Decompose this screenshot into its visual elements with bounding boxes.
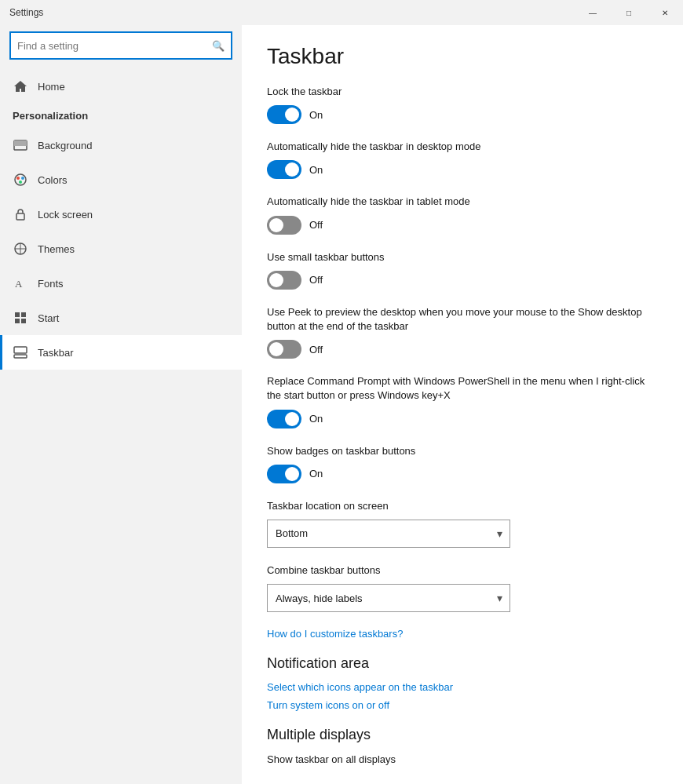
sidebar-item-background-label: Background	[38, 140, 92, 151]
sidebar-item-start-label: Start	[38, 312, 59, 324]
close-button[interactable]: ✕	[647, 0, 683, 25]
svg-rect-6	[16, 213, 24, 220]
sidebar-item-taskbar-label: Taskbar	[38, 347, 74, 359]
setting-replace-cmd-label: Replace Command Prompt with Windows Powe…	[267, 374, 658, 403]
toggle-show-badges-state: On	[309, 468, 323, 480]
customize-taskbars-link[interactable]: How do I customize taskbars?	[267, 628, 658, 640]
setting-auto-hide-tablet: Automatically hide the taskbar in tablet…	[267, 195, 658, 234]
page-title: Taskbar	[267, 44, 658, 69]
toggle-lock-taskbar[interactable]	[267, 105, 301, 124]
sidebar-item-fonts-label: Fonts	[38, 278, 64, 290]
search-input[interactable]	[17, 40, 212, 52]
toggle-auto-hide-desktop[interactable]	[267, 160, 301, 179]
setting-combine-buttons-label: Combine taskbar buttons	[267, 563, 658, 578]
search-box[interactable]: 🔍	[9, 31, 232, 60]
toggle-show-badges[interactable]	[267, 465, 301, 483]
sidebar-item-start[interactable]: Start	[0, 301, 242, 335]
setting-taskbar-location-label: Taskbar location on screen	[267, 499, 658, 513]
toggle-replace-cmd-state: On	[309, 413, 323, 425]
sidebar-item-colors-label: Colors	[38, 174, 68, 186]
svg-point-5	[19, 181, 22, 184]
svg-rect-11	[15, 319, 20, 323]
setting-auto-hide-desktop: Automatically hide the taskbar in deskto…	[267, 140, 658, 179]
setting-small-buttons-label: Use small taskbar buttons	[267, 250, 658, 264]
setting-auto-hide-tablet-label: Automatically hide the taskbar in tablet…	[267, 195, 658, 209]
notification-icons-link[interactable]: Select which icons appear on the taskbar	[267, 681, 658, 693]
toggle-small-buttons-state: Off	[309, 274, 323, 286]
minimize-button[interactable]: —	[575, 0, 611, 25]
setting-replace-cmd: Replace Command Prompt with Windows Powe…	[267, 374, 658, 428]
setting-show-badges-label: Show badges on taskbar buttons	[267, 444, 658, 458]
window-controls: — □ ✕	[575, 0, 683, 25]
sidebar-section-label: Personalization	[0, 104, 242, 128]
svg-rect-9	[15, 312, 20, 317]
main-content: Taskbar Lock the taskbar On Automaticall…	[242, 25, 683, 784]
lock-icon	[13, 206, 28, 222]
setting-lock-taskbar-label: Lock the taskbar	[267, 85, 658, 99]
toggle-auto-hide-tablet[interactable]	[267, 216, 301, 235]
svg-rect-10	[21, 312, 26, 317]
svg-point-4	[21, 177, 24, 180]
maximize-button[interactable]: □	[611, 0, 647, 25]
toggle-peek[interactable]	[267, 340, 301, 359]
sidebar-item-colors[interactable]: Colors	[0, 162, 242, 197]
combine-buttons-select[interactable]: Always, hide labels When taskbar is full…	[267, 584, 510, 612]
themes-icon	[13, 241, 28, 257]
svg-rect-12	[21, 319, 26, 323]
system-icons-link[interactable]: Turn system icons on or off	[267, 699, 658, 711]
multiple-displays-heading: Multiple displays	[267, 727, 658, 743]
toggle-auto-hide-desktop-state: On	[309, 164, 323, 176]
taskbar-icon	[13, 345, 28, 360]
svg-text:A: A	[15, 278, 23, 290]
toggle-peek-state: Off	[309, 344, 323, 356]
combine-buttons-dropdown-wrapper: Always, hide labels When taskbar is full…	[267, 584, 510, 612]
svg-rect-13	[14, 355, 27, 358]
app-title: Settings	[9, 7, 43, 18]
toggle-replace-cmd[interactable]	[267, 410, 301, 428]
setting-show-badges: Show badges on taskbar buttons On	[267, 444, 658, 483]
fonts-icon: A	[13, 275, 28, 291]
toggle-row-auto-hide-desktop: On	[267, 160, 658, 179]
sidebar-item-lock-screen[interactable]: Lock screen	[0, 197, 242, 232]
toggle-row-replace-cmd: On	[267, 410, 658, 428]
setting-auto-hide-desktop-label: Automatically hide the taskbar in deskto…	[267, 140, 658, 154]
toggle-row-show-badges: On	[267, 465, 658, 483]
show-taskbar-all-displays-label: Show taskbar on all displays	[267, 753, 658, 767]
svg-rect-1	[14, 140, 27, 146]
home-icon	[13, 78, 28, 94]
svg-rect-14	[14, 347, 27, 353]
toggle-small-buttons[interactable]	[267, 271, 301, 290]
start-icon	[13, 310, 28, 326]
setting-small-buttons: Use small taskbar buttons Off	[267, 250, 658, 290]
setting-peek: Use Peek to preview the desktop when you…	[267, 305, 658, 359]
sidebar-item-themes-label: Themes	[38, 243, 75, 255]
background-icon	[13, 137, 28, 153]
setting-peek-label: Use Peek to preview the desktop when you…	[267, 305, 658, 334]
colors-icon	[13, 172, 28, 188]
sidebar-item-home-label: Home	[38, 81, 65, 93]
taskbar-location-dropdown-wrapper: Bottom Top Left Right	[267, 520, 510, 548]
search-icon: 🔍	[212, 40, 225, 52]
title-bar: Settings — □ ✕	[0, 0, 683, 25]
toggle-row-small-buttons: Off	[267, 271, 658, 290]
sidebar-item-background[interactable]: Background	[0, 128, 242, 162]
sidebar-item-home[interactable]: Home	[0, 69, 242, 104]
sidebar-item-taskbar[interactable]: Taskbar	[0, 335, 242, 370]
sidebar-item-lock-screen-label: Lock screen	[38, 209, 93, 221]
sidebar-item-themes[interactable]: Themes	[0, 232, 242, 266]
toggle-row-auto-hide-tablet: Off	[267, 216, 658, 235]
svg-point-3	[16, 177, 20, 180]
toggle-auto-hide-tablet-state: Off	[309, 219, 323, 231]
sidebar: 🔍 Home Personalization Background	[0, 25, 242, 784]
toggle-row-lock-taskbar: On	[267, 105, 658, 124]
setting-combine-buttons: Combine taskbar buttons Always, hide lab…	[267, 563, 658, 612]
toggle-row-peek: Off	[267, 340, 658, 359]
toggle-lock-taskbar-state: On	[309, 109, 323, 121]
taskbar-location-select[interactable]: Bottom Top Left Right	[267, 520, 510, 548]
setting-taskbar-location: Taskbar location on screen Bottom Top Le…	[267, 499, 658, 548]
notification-area-heading: Notification area	[267, 655, 658, 672]
sidebar-item-fonts[interactable]: A Fonts	[0, 266, 242, 301]
setting-lock-taskbar: Lock the taskbar On	[267, 85, 658, 124]
app-body: 🔍 Home Personalization Background	[0, 25, 683, 784]
